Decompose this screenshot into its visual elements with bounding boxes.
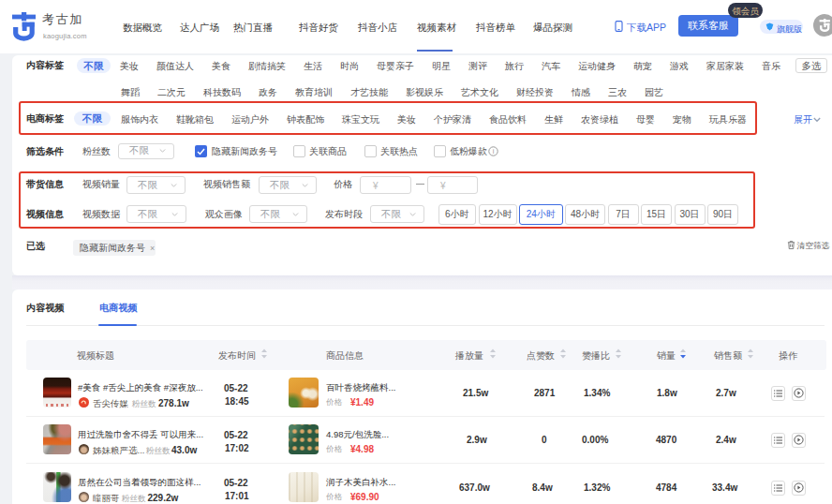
svg-text:i: i — [493, 147, 495, 156]
